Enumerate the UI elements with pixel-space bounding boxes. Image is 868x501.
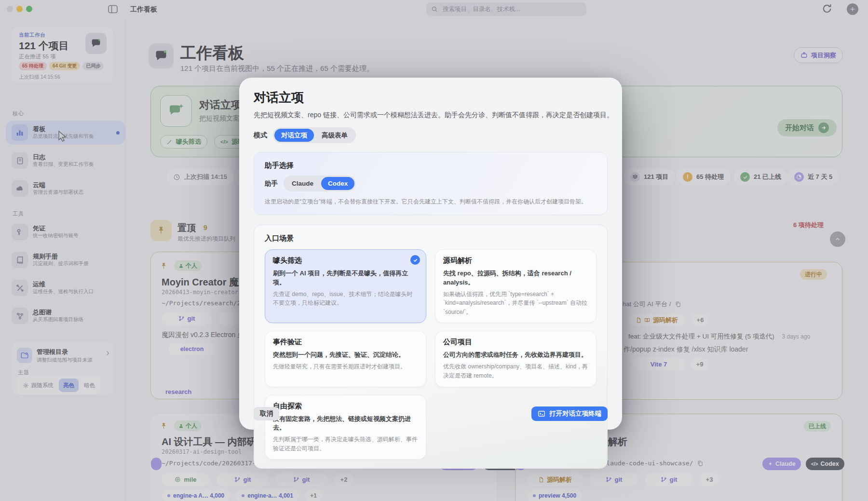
- modal-description: 先把短视频文案、repo 链接、公司需求或一个模糊想法丢进去。助手会先分诊、判断…: [254, 111, 608, 120]
- assistant-codex-option[interactable]: Codex: [321, 177, 354, 190]
- assistant-pill-group: Claude Codex: [284, 176, 356, 191]
- modal-footer: 取消 打开对话立项终端: [254, 406, 608, 421]
- cancel-button[interactable]: 取消: [254, 407, 279, 420]
- tab-advanced-form[interactable]: 高级表单: [315, 129, 354, 142]
- dialog-project-modal: 对话立项 先把短视频文案、repo 链接、公司需求或一个模糊想法丢进去。助手会先…: [239, 78, 622, 430]
- assistant-label: 助手: [265, 179, 278, 188]
- terminal-icon: [538, 410, 545, 418]
- scenario-free-explore[interactable]: 自由探索 没有固定套路，先把想法、链接或短视频文案扔进去。 先判断属于哪一类，再…: [265, 395, 426, 460]
- scenario-grid: 噱头筛选 刷到一个 AI 项目，先判断是不是噱头，值得再立项。 先查证 demo…: [265, 249, 597, 460]
- scenarios-panel: 入口场景 噱头筛选 刷到一个 AI 项目，先判断是不是噱头，值得再立项。 先查证…: [254, 225, 608, 469]
- assistant-hint: 这里启动的是“立项台”终端，不会替你直接往下开发。它只会先建立上下文、判断值不值…: [265, 198, 597, 206]
- open-terminal-button[interactable]: 打开对话立项终端: [531, 406, 608, 421]
- assistant-claude-option[interactable]: Claude: [285, 177, 320, 190]
- mode-label: 模式: [254, 131, 267, 140]
- mode-row: 模式 对话立项 高级表单: [254, 127, 608, 143]
- mode-pill-group: 对话立项 高级表单: [273, 127, 356, 143]
- scenario-source-analysis[interactable]: 源码解析 先找 repo、拉源码、拆结构，适合 research / analy…: [435, 249, 597, 323]
- scenario-company-project[interactable]: 公司项目 公司方向的需求或临时任务，先收敛边界再建项目。 优先收敛 owners…: [435, 331, 597, 387]
- check-circle-icon: [410, 255, 420, 265]
- assistant-panel: 助手选择 助手 Claude Codex 这里启动的是“立项台”终端，不会替你直…: [254, 152, 608, 215]
- assistant-section-title: 助手选择: [265, 161, 597, 170]
- scenario-hype-filter[interactable]: 噱头筛选 刷到一个 AI 项目，先判断是不是噱头，值得再立项。 先查证 demo…: [265, 249, 426, 323]
- tab-dialog-project[interactable]: 对话立项: [274, 129, 314, 142]
- app-window: 工作看板 当前工作台 121 个项目 正在推进 55 项 65 待处理: [0, 0, 868, 501]
- scenarios-section-title: 入口场景: [265, 234, 597, 243]
- scenario-event-verify[interactable]: 事件验证 突然想到一个问题，先搜证、验证、沉淀结论。 先做轻量研究，只有在需要长…: [265, 331, 426, 387]
- modal-title: 对话立项: [254, 89, 608, 106]
- assistant-row: 助手 Claude Codex: [265, 176, 597, 191]
